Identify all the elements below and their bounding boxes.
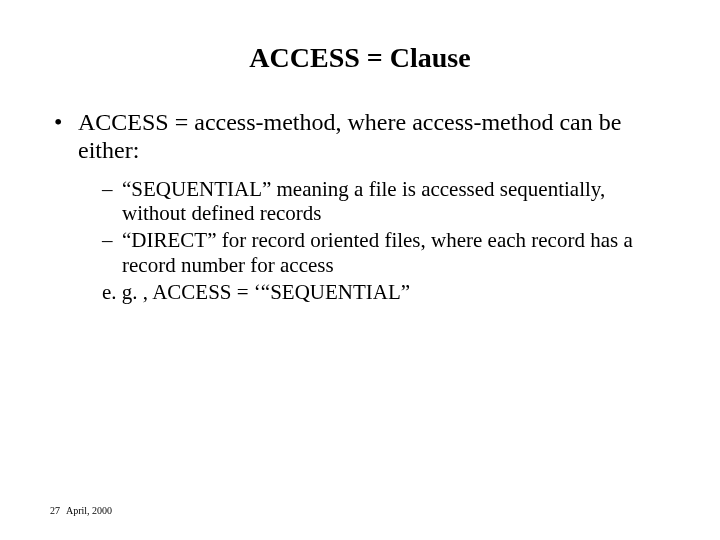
bullet-item: ACCESS = access-method, where access-met… [50, 108, 670, 304]
sub-bullet-item: “DIRECT” for record oriented files, wher… [102, 228, 670, 278]
slide-title: ACCESS = Clause [0, 42, 720, 74]
example-line: e. g. , ACCESS = ‘“SEQUENTIAL” [102, 280, 670, 305]
slide-body: ACCESS = access-method, where access-met… [50, 108, 670, 304]
sub-bullet-item: “SEQUENTIAL” meaning a file is accessed … [102, 177, 670, 227]
slide: ACCESS = Clause ACCESS = access-method, … [0, 0, 720, 540]
bullet-list: ACCESS = access-method, where access-met… [50, 108, 670, 304]
bullet-text: ACCESS = access-method, where access-met… [78, 109, 621, 163]
footer-date: April, 2000 [66, 505, 112, 516]
page-number: 27 [50, 505, 60, 516]
footer: 27 April, 2000 [50, 505, 112, 516]
sub-bullet-list: “SEQUENTIAL” meaning a file is accessed … [78, 177, 670, 278]
